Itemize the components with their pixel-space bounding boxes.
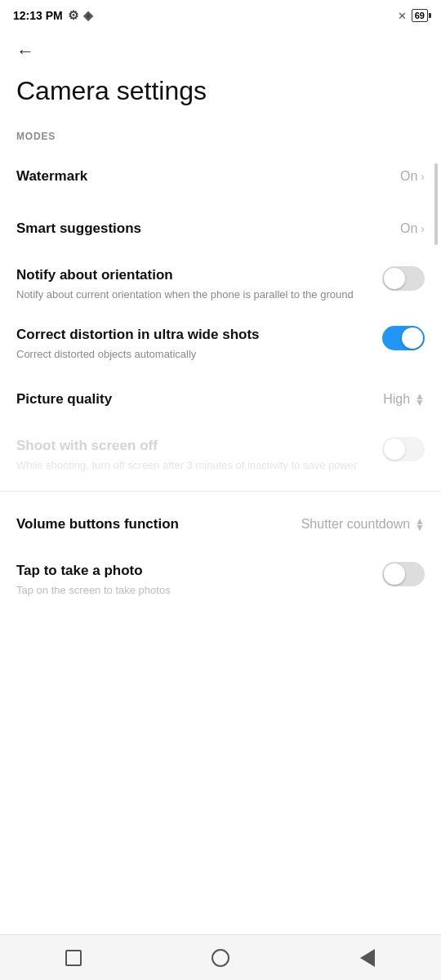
smart-suggestions-title: Smart suggestions <box>16 220 387 238</box>
correct-distortion-label-area: Correct distortion in ultra wide shots C… <box>16 326 382 362</box>
status-right: ✕ 69 <box>398 9 428 22</box>
shoot-screen-off-toggle-area <box>382 437 425 461</box>
battery-indicator: 69 <box>412 9 428 22</box>
notify-orientation-toggle[interactable] <box>382 266 425 291</box>
smart-suggestions-right: On › <box>400 221 425 236</box>
navigation-bar <box>0 934 441 980</box>
notify-orientation-row[interactable]: Notify about orientation Notify about cu… <box>0 255 441 314</box>
correct-distortion-subtitle: Correct distorted objects automatically <box>16 347 369 362</box>
back-button[interactable]: ← <box>0 28 441 69</box>
smart-suggestions-label-area: Smart suggestions <box>16 220 400 238</box>
watermark-label-area: Watermark <box>16 167 400 185</box>
tap-photo-toggle-area[interactable] <box>382 562 425 586</box>
correct-distortion-toggle[interactable] <box>382 326 425 350</box>
watermark-value: On <box>400 169 417 184</box>
watermark-title: Watermark <box>16 167 387 185</box>
shoot-screen-off-toggle <box>382 437 425 461</box>
correct-distortion-title: Correct distortion in ultra wide shots <box>16 326 369 344</box>
tap-photo-toggle[interactable] <box>382 562 425 586</box>
tap-photo-subtitle: Tap on the screen to take photos <box>16 583 369 598</box>
picture-quality-label-area: Picture quality <box>16 390 383 408</box>
page-title: Camera settings <box>0 69 441 126</box>
picture-quality-updown-icon: ▲ ▼ <box>415 393 425 407</box>
shoot-screen-off-toggle-knob <box>384 439 405 460</box>
volume-buttons-updown-icon: ▲ ▼ <box>415 518 425 532</box>
watermark-row[interactable]: Watermark On › <box>0 150 441 203</box>
tap-photo-label-area: Tap to take a photo Tap on the screen to… <box>16 562 382 598</box>
correct-distortion-row[interactable]: Correct distortion in ultra wide shots C… <box>0 314 441 373</box>
status-bar: 12:13 PM ⚙ ◈ ✕ 69 <box>0 0 441 28</box>
picture-quality-value: High <box>383 392 410 407</box>
picture-quality-row[interactable]: Picture quality High ▲ ▼ <box>0 373 441 425</box>
location-status-icon: ◈ <box>83 8 93 23</box>
notify-orientation-toggle-knob <box>384 268 405 289</box>
notify-orientation-title: Notify about orientation <box>16 266 369 284</box>
status-left: 12:13 PM ⚙ ◈ <box>13 8 93 23</box>
shoot-screen-off-subtitle: While shooting, turn off screen after 3 … <box>16 458 369 473</box>
picture-quality-right: High ▲ ▼ <box>383 392 425 407</box>
volume-buttons-value: Shutter countdown <box>301 517 410 532</box>
battery-x-icon: ✕ <box>398 10 407 22</box>
notify-orientation-subtitle: Notify about current orientation when th… <box>16 287 369 302</box>
correct-distortion-toggle-knob <box>402 327 423 349</box>
home-icon <box>212 949 229 967</box>
tap-photo-row[interactable]: Tap to take a photo Tap on the screen to… <box>0 550 441 609</box>
volume-buttons-label-area: Volume buttons function <box>16 515 301 533</box>
correct-distortion-toggle-area[interactable] <box>382 326 425 350</box>
modes-section-label: MODES <box>0 126 441 150</box>
time-display: 12:13 PM <box>13 9 63 22</box>
battery-level: 69 <box>415 11 425 20</box>
back-nav-button[interactable] <box>343 942 392 974</box>
home-button[interactable] <box>196 942 245 974</box>
picture-quality-title: Picture quality <box>16 390 370 408</box>
volume-buttons-row[interactable]: Volume buttons function Shutter countdow… <box>0 498 441 550</box>
shoot-screen-off-title: Shoot with screen off <box>16 437 369 455</box>
shoot-screen-off-label-area: Shoot with screen off While shooting, tu… <box>16 437 382 473</box>
recent-apps-button[interactable] <box>49 942 98 974</box>
smart-suggestions-value: On <box>400 221 417 236</box>
watermark-right: On › <box>400 169 425 184</box>
notify-orientation-label-area: Notify about orientation Notify about cu… <box>16 266 382 302</box>
back-nav-icon <box>360 949 375 967</box>
tap-photo-toggle-knob <box>384 564 405 585</box>
smart-suggestions-row[interactable]: Smart suggestions On › <box>0 203 441 255</box>
tap-photo-title: Tap to take a photo <box>16 562 369 580</box>
back-arrow-icon: ← <box>16 41 34 61</box>
volume-buttons-title: Volume buttons function <box>16 515 288 533</box>
section-divider <box>0 491 441 492</box>
settings-status-icon: ⚙ <box>68 8 78 23</box>
shoot-screen-off-row: Shoot with screen off While shooting, tu… <box>0 425 441 484</box>
volume-buttons-right: Shutter countdown ▲ ▼ <box>301 517 425 532</box>
watermark-chevron-icon: › <box>421 170 425 183</box>
main-content: 12:13 PM ⚙ ◈ ✕ 69 ← Camera settings MODE… <box>0 0 441 667</box>
scroll-indicator <box>434 163 438 245</box>
notify-orientation-toggle-area[interactable] <box>382 266 425 291</box>
smart-suggestions-chevron-icon: › <box>421 222 425 235</box>
recent-apps-icon <box>65 950 82 966</box>
